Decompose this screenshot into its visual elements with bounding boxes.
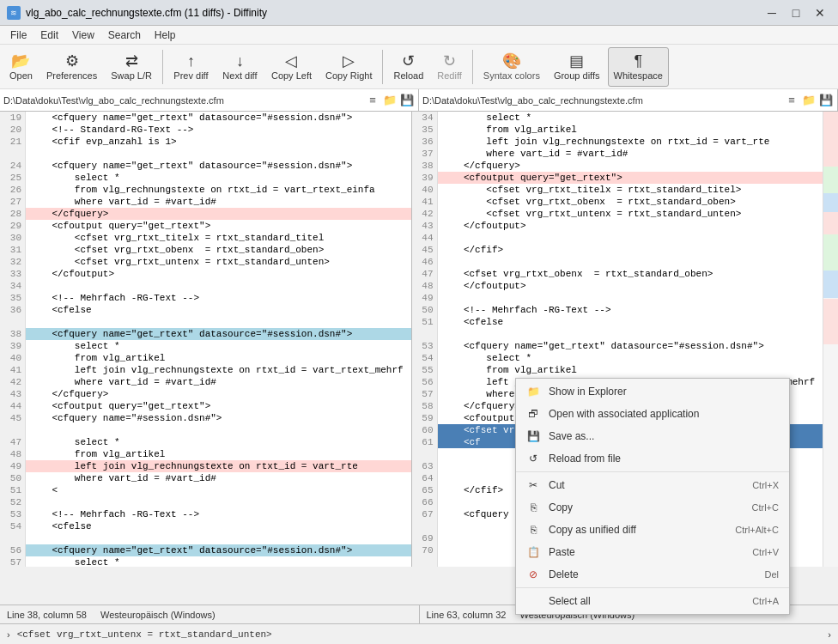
paste-icon: 📋 (526, 545, 540, 559)
ctx-copy-label: Copy (549, 501, 573, 513)
filepath-left-save-icon[interactable]: 💾 (399, 93, 415, 108)
filepath-right-save-icon[interactable]: 💾 (818, 93, 834, 108)
close-button[interactable]: ✕ (809, 4, 831, 21)
ctx-cut-left: ✂ Cut (526, 478, 565, 492)
line-content: <cfquery name="get_rtext" datasource="#s… (26, 544, 411, 556)
next-diff-button[interactable]: ↓ Next diff (216, 47, 264, 87)
maximize-button[interactable]: □ (785, 4, 807, 21)
table-row: 46 (412, 256, 823, 268)
filepath-left-input[interactable] (3, 95, 365, 106)
filepath-right-list-icon[interactable]: ≡ (784, 93, 799, 108)
ctx-copy-unified[interactable]: ⎘ Copy as unified diff Ctrl+Alt+C (516, 519, 789, 541)
ctx-cut[interactable]: ✂ Cut Ctrl+X (516, 474, 789, 496)
line-number: 43 (0, 388, 26, 400)
rediff-button[interactable]: ↻ Rediff (431, 47, 468, 87)
line-number: 48 (0, 448, 26, 460)
line-content: select * (438, 112, 823, 124)
line-number: 28 (0, 208, 26, 220)
table-row: 45 </cfif> (412, 244, 823, 256)
open-icon: 📂 (11, 53, 30, 69)
menu-edit[interactable]: Edit (33, 27, 65, 43)
line-content: <cfquery name="#session.dsn#"> (26, 412, 411, 424)
table-row: 27 where vart_id = #vart_id# (0, 196, 411, 208)
line-content: where vart_id = #vart_id# (26, 472, 411, 484)
ctx-save-as[interactable]: 💾 Save as... (516, 425, 789, 447)
ctx-reload-from-file[interactable]: ↺ Reload from file (516, 447, 789, 470)
bottom-right-arrow[interactable]: › (828, 629, 831, 640)
ctx-delete[interactable]: ⊘ Delete Del (516, 563, 789, 586)
whitespace-button[interactable]: ¶ Whitespace (608, 47, 669, 87)
line-number: 31 (0, 244, 26, 256)
copy-left-button[interactable]: ◁ Copy Left (265, 47, 318, 87)
table-row (412, 328, 823, 340)
line-number (0, 424, 26, 436)
table-row (0, 316, 411, 328)
syntax-colors-button[interactable]: 🎨 Syntax colors (477, 47, 546, 87)
line-content: <!-- Mehrfach -RG-Text --> (438, 304, 823, 316)
ctx-save-as-left: 💾 Save as... (526, 429, 594, 443)
line-content: select * (26, 172, 411, 184)
prev-diff-label: Prev diff (173, 70, 208, 81)
swap-icon: ⇄ (125, 53, 138, 69)
ctx-show-in-explorer[interactable]: 📁 Show in Explorer (516, 380, 789, 403)
table-row: 45 <cfquery name="#session.dsn#"> (0, 412, 411, 424)
line-content: select * (26, 436, 411, 448)
swap-lr-button[interactable]: ⇄ Swap L/R (105, 47, 158, 87)
line-number: 58 (412, 400, 438, 412)
filepath-left-list-icon[interactable]: ≡ (365, 93, 380, 108)
filepath-left-folder-icon[interactable]: 📁 (382, 93, 398, 108)
reload-button[interactable]: ↺ Reload (387, 47, 429, 87)
filepath-right-input[interactable] (422, 95, 784, 106)
group-icon: ▤ (569, 53, 584, 69)
ctx-copy[interactable]: ⎘ Copy Ctrl+C (516, 496, 789, 519)
line-number: 27 (0, 196, 26, 208)
prev-diff-button[interactable]: ↑ Prev diff (167, 47, 215, 87)
copy-left-icon: ◁ (285, 53, 297, 69)
copy-left-label: Copy Left (271, 70, 312, 81)
menu-search[interactable]: Search (101, 27, 148, 43)
group-diffs-button[interactable]: ▤ Group diffs (548, 47, 606, 87)
table-row: 55 from vlg_artikel (412, 364, 823, 376)
copy-right-button[interactable]: ▷ Copy Right (319, 47, 378, 87)
preferences-button[interactable]: ⚙ Preferences (40, 47, 103, 87)
line-content: left join vlg_rechnungstexte on rtxt_id … (26, 364, 411, 376)
table-row (0, 424, 411, 436)
ctx-paste[interactable]: 📋 Paste Ctrl+V (516, 541, 789, 563)
menu-help[interactable]: Help (148, 27, 183, 43)
line-number: 20 (0, 124, 26, 136)
open-button[interactable]: 📂 Open (3, 47, 39, 87)
menu-view[interactable]: View (65, 27, 101, 43)
table-row: 54 select * (412, 352, 823, 364)
status-left-encoding: Westeuropäisch (Windows) (100, 610, 216, 620)
line-content: from vlg_artikel (438, 124, 823, 136)
prev-diff-icon: ↑ (187, 53, 195, 69)
titlebar-title: vlg_abo_calc_rechnungstexte.cfm (11 diff… (26, 7, 267, 19)
show-in-explorer-icon: 📁 (526, 385, 540, 398)
syntax-label: Syntax colors (483, 70, 540, 81)
line-content (438, 256, 823, 268)
line-number: 24 (0, 160, 26, 172)
ctx-delete-shortcut: Del (764, 569, 779, 580)
line-number: 40 (0, 352, 26, 364)
bottom-left-arrow[interactable]: › (7, 629, 10, 640)
line-number: 54 (412, 352, 438, 364)
ctx-open-with-app[interactable]: 🗗 Open with associated application (516, 403, 789, 425)
line-content: <!-- Mehrfach -RG-Text --> (26, 292, 411, 304)
filepath-left-pane: ≡ 📁 💾 (0, 89, 419, 111)
ctx-sep1 (516, 471, 789, 472)
line-content: <cfset vrg_rtxt_obenx = rtxt_standard_ob… (438, 268, 823, 280)
minimap[interactable] (823, 112, 838, 567)
minimize-button[interactable]: ─ (761, 4, 783, 21)
rediff-label: Rediff (437, 70, 462, 81)
ctx-select-all[interactable]: Select all Ctrl+A (516, 590, 789, 612)
ctx-select-all-left: Select all (526, 594, 591, 608)
menu-file[interactable]: File (3, 27, 33, 43)
table-row: 28 </cfquery> (0, 208, 411, 220)
line-number: 39 (0, 340, 26, 352)
diff-pane-left[interactable]: 19 <cfquery name="get_rtext" datasource=… (0, 112, 412, 567)
line-content: <cfset vrg_rtxt_untenx = rtxt_standard_u… (438, 208, 823, 220)
filepath-right-folder-icon[interactable]: 📁 (801, 93, 817, 108)
filepath-left-icons: ≡ 📁 💾 (365, 93, 415, 108)
line-content: <cfset vrg_rtxt_titelx = rtxt_standard_t… (26, 232, 411, 244)
line-number: 30 (0, 232, 26, 244)
